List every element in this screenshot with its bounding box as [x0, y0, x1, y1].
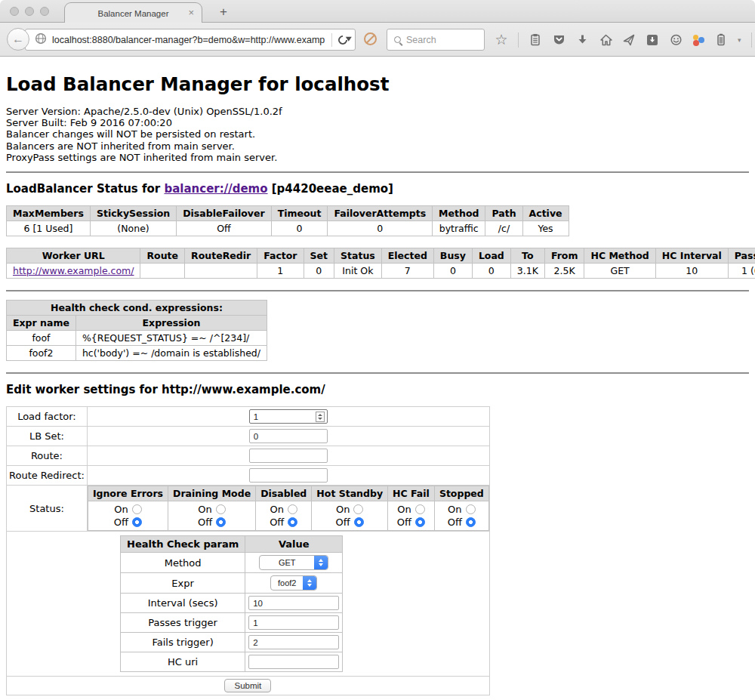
load-factor-stepper[interactable] — [249, 409, 328, 424]
submit-button[interactable]: Submit — [224, 679, 271, 692]
radio-label: On — [198, 503, 211, 516]
balancer-demo-link[interactable]: balancer://demo — [164, 182, 267, 196]
hc-uri-input[interactable] — [248, 655, 339, 669]
new-tab-button[interactable]: + — [214, 3, 233, 21]
radio-off[interactable] — [354, 517, 364, 527]
tab-close-icon[interactable]: × — [188, 7, 194, 18]
status-disabled-cell: On Off — [256, 501, 312, 531]
table-cell: /c/ — [485, 221, 522, 236]
reload-icon[interactable] — [337, 33, 350, 46]
table-cell — [185, 264, 257, 279]
radio-label: Off — [114, 516, 128, 529]
field-label: Load factor: — [7, 407, 88, 427]
table-header-cell: FailoverAttempts — [328, 206, 433, 221]
radio-on[interactable] — [415, 504, 425, 514]
url-input[interactable]: localhost:8880/balancer-manager?b=demo&w… — [52, 35, 325, 45]
persist-notice-line: Balancer changes will NOT be persisted o… — [6, 128, 749, 140]
table-cell: 0 — [433, 264, 472, 279]
radio-off[interactable] — [288, 517, 297, 527]
device-icon[interactable] — [714, 33, 728, 47]
param-value-cell: GET — [245, 553, 343, 573]
radio-on[interactable] — [353, 504, 363, 514]
expr-value-cell: hc('body') =~ /domain is established/ — [76, 346, 267, 361]
window-zoom-button[interactable] — [40, 7, 49, 16]
field-value-cell — [87, 446, 489, 466]
select-chevrons-icon — [303, 576, 316, 590]
table-cell: 7 — [381, 264, 433, 279]
param-row-interval: Interval (secs) — [121, 594, 343, 613]
table-header-row: Health Check param Value — [121, 536, 343, 553]
table-header-cell: Load — [472, 248, 510, 264]
table-header-cell: Path — [485, 206, 522, 221]
field-value-cell — [87, 466, 489, 486]
expr-select[interactable]: foof2 — [270, 575, 317, 591]
interval-input[interactable] — [248, 596, 339, 610]
table-cell: 10 — [655, 264, 728, 279]
dropdown-caret-icon[interactable]: ▾ — [738, 36, 741, 44]
server-version-line: Server Version: Apache/2.5.0-dev (Unix) … — [6, 106, 749, 117]
table-cell — [140, 264, 185, 279]
route-redirect-input[interactable] — [249, 468, 328, 483]
chat-smiley-icon[interactable] — [669, 33, 683, 47]
field-label: LB Set: — [7, 427, 88, 446]
divider — [6, 171, 749, 173]
home-icon[interactable] — [599, 33, 612, 47]
table-header-cell: Hot Standby — [312, 486, 388, 501]
radio-off[interactable] — [415, 517, 425, 527]
table-row: foof2 hc('body') =~ /domain is establish… — [7, 346, 267, 361]
radio-on[interactable] — [132, 504, 142, 514]
tab-balancer-manager[interactable]: Balancer Manager × — [64, 2, 202, 23]
param-value-cell — [245, 633, 343, 652]
toolbar-divider — [751, 32, 752, 48]
search-bar[interactable]: Search — [387, 29, 485, 51]
worker-table: Worker URL Route RouteRedir Factor Set S… — [6, 248, 755, 279]
worker-url-link[interactable]: http://www.example.com/ — [13, 265, 134, 276]
method-select[interactable]: GET — [259, 555, 328, 570]
back-icon[interactable]: ← — [7, 28, 29, 51]
table-cell: Init Ok — [334, 264, 382, 279]
colored-dots-icon[interactable] — [692, 34, 704, 46]
radio-label: On — [336, 503, 350, 516]
table-header-cell: Route — [140, 248, 185, 264]
table-cell: GET — [584, 264, 655, 279]
url-bar[interactable]: localhost:8880/balancer-manager?b=demo&w… — [25, 29, 356, 51]
passes-trigger-input[interactable] — [248, 615, 339, 630]
send-icon[interactable] — [622, 33, 636, 47]
pocket-icon[interactable] — [552, 33, 565, 47]
form-row-route: Route: — [7, 446, 490, 466]
field-label: Status: — [7, 486, 88, 532]
param-label: Method — [121, 553, 245, 573]
window-close-button[interactable] — [10, 7, 19, 16]
divider — [6, 290, 749, 291]
table-header-cell: Ignore Errors — [88, 486, 168, 501]
downloads-icon[interactable] — [575, 33, 589, 47]
radio-on[interactable] — [216, 504, 226, 514]
param-value-cell — [245, 613, 343, 633]
number-stepper-icon[interactable] — [316, 412, 325, 422]
save-panel-icon[interactable] — [646, 33, 659, 47]
select-chevrons-icon — [314, 556, 328, 569]
expr-value-cell: %{REQUEST_STATUS} =~ /^[234]/ — [76, 331, 267, 346]
browser-chrome: Balancer Manager × + ← localhost:8880/ba… — [0, 0, 755, 57]
radio-label: On — [448, 503, 461, 516]
bookmark-star-icon[interactable]: ☆ — [495, 33, 508, 47]
form-row-status: Status: Ignore Errors Draining Mode Disa… — [7, 486, 490, 532]
search-input[interactable]: Search — [406, 35, 436, 45]
table-cell: (None) — [90, 221, 176, 236]
radio-on[interactable] — [466, 504, 476, 514]
adblock-disabled-icon[interactable] — [364, 32, 377, 45]
table-header-cell: RouteRedir — [185, 248, 257, 264]
page-title: Load Balancer Manager for localhost — [6, 73, 749, 95]
fails-trigger-input[interactable] — [248, 635, 339, 649]
window-minimize-button[interactable] — [25, 7, 34, 16]
route-input[interactable] — [249, 449, 328, 463]
param-label: HC uri — [121, 652, 245, 672]
radio-on[interactable] — [288, 504, 297, 514]
lb-set-input[interactable] — [249, 429, 328, 443]
worker-url-cell: http://www.example.com/ — [7, 264, 140, 279]
radio-off[interactable] — [216, 517, 226, 527]
radio-off[interactable] — [466, 517, 476, 527]
clipboard-icon[interactable] — [528, 33, 542, 47]
radio-off[interactable] — [132, 517, 142, 527]
toolbar-divider — [518, 32, 519, 48]
